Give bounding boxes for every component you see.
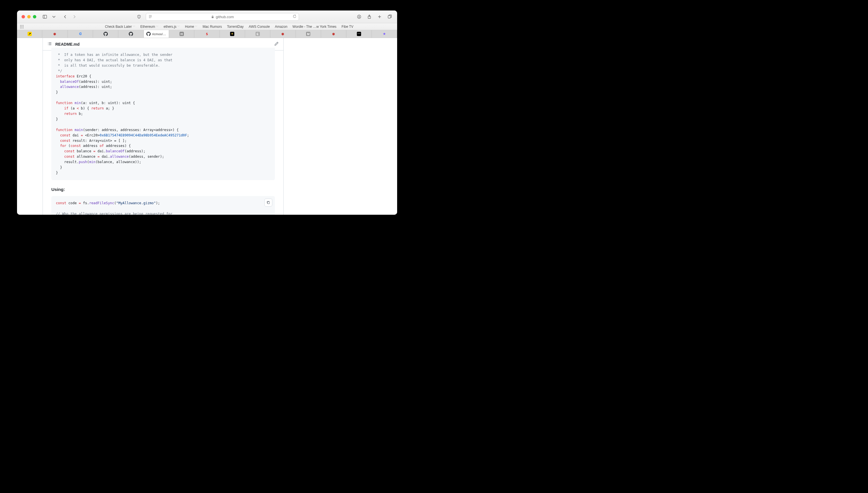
- favorite-label: ethers.js: [164, 25, 176, 29]
- toc-icon[interactable]: [47, 41, 52, 47]
- browser-tab[interactable]: ⋯: [346, 30, 372, 38]
- share-icon[interactable]: [367, 14, 372, 20]
- tab-favicon: ★: [382, 32, 386, 36]
- tab-favicon: H: [179, 32, 184, 36]
- browser-tab[interactable]: 5: [194, 30, 220, 38]
- readme-body: * If a token has an infinite allowance, …: [43, 48, 283, 215]
- code-block-1: * If a token has an infinite allowance, …: [51, 48, 275, 180]
- favorite-item[interactable]: Fibe TV: [342, 25, 353, 29]
- back-button[interactable]: [62, 14, 68, 20]
- url-host: github.com: [216, 15, 234, 19]
- tab-favicon: E: [256, 32, 260, 36]
- browser-tab[interactable]: [93, 30, 118, 38]
- favorite-item[interactable]: Amazon: [275, 25, 287, 29]
- tab-favicon: 5: [205, 32, 209, 36]
- tab-favicon: ✦: [230, 32, 234, 36]
- svg-point-16: [22, 25, 22, 25]
- code-block-2: const code = fs.readFileSync("MyAllowanc…: [51, 196, 275, 215]
- edit-icon[interactable]: [274, 41, 279, 47]
- browser-tab[interactable]: ✦: [220, 30, 245, 38]
- readme-filename: README.md: [55, 42, 80, 46]
- tab-favicon: M: [306, 32, 310, 36]
- svg-rect-7: [212, 17, 213, 18]
- browser-tab[interactable]: ricmoo/…: [144, 30, 169, 38]
- favorite-label: Wordle - The …w York Times: [292, 25, 337, 29]
- tab-favicon: ◉: [53, 32, 57, 36]
- favorite-item[interactable]: AWS Console: [249, 25, 270, 29]
- browser-tab[interactable]: H: [169, 30, 194, 38]
- tab-favicon: ◉: [281, 32, 285, 36]
- favorite-item[interactable]: TorrentDay: [227, 25, 244, 29]
- chevron-down-icon: ﹀: [156, 25, 158, 28]
- nav-arrows: [62, 14, 77, 20]
- svg-point-22: [22, 27, 22, 28]
- traffic-lights: [22, 15, 36, 18]
- browser-tab[interactable]: ↗: [17, 30, 42, 38]
- favorite-label: Amazon: [275, 25, 287, 29]
- tab-overview-icon[interactable]: [387, 14, 393, 20]
- svg-point-18: [20, 26, 21, 27]
- favorite-label: AWS Console: [249, 25, 270, 29]
- titlebar: github.com: [17, 10, 397, 23]
- svg-point-15: [20, 25, 21, 25]
- favorite-label: TorrentDay: [227, 25, 244, 29]
- lock-icon: [211, 15, 214, 18]
- browser-tab[interactable]: M: [296, 30, 321, 38]
- favorite-item[interactable]: Ethereum﹀: [140, 25, 158, 29]
- svg-rect-14: [388, 16, 391, 18]
- maximize-window-button[interactable]: [33, 15, 36, 18]
- favorite-label: Home: [185, 25, 194, 29]
- minimize-window-button[interactable]: [27, 15, 30, 18]
- favorite-label: Fibe TV: [342, 25, 353, 29]
- browser-tab[interactable]: E: [245, 30, 270, 38]
- tab-favicon: ◉: [332, 32, 336, 36]
- favorite-label: Mac Rumors: [202, 25, 222, 29]
- browser-tab[interactable]: ᗡ: [68, 30, 93, 38]
- close-window-button[interactable]: [22, 15, 25, 18]
- browser-tab[interactable]: ◉: [42, 30, 67, 38]
- tab-favicon: [129, 32, 133, 36]
- browser-window: github.com Check Back Later﹀Et: [17, 10, 397, 215]
- sidebar-menu-chevron[interactable]: [51, 14, 57, 20]
- tab-favicon: [146, 32, 151, 36]
- favorite-item[interactable]: Mac Rumors: [202, 25, 222, 29]
- reader-mode-icon[interactable]: [148, 15, 152, 19]
- favorites-bar: Check Back Later﹀Ethereum﹀ethers.js﹀Home…: [17, 23, 397, 30]
- browser-tab[interactable]: [118, 30, 144, 38]
- favorite-label: Check Back Later: [105, 25, 132, 29]
- tab-favicon: ᗡ: [78, 32, 82, 36]
- reload-icon[interactable]: [293, 15, 297, 19]
- favorite-item[interactable]: Wordle - The …w York Times: [292, 25, 337, 29]
- tab-bar: ↗◉ᗡricmoo/…H5✦E◉M◉⋯★: [17, 30, 397, 38]
- chevron-down-icon: ﹀: [133, 25, 135, 28]
- svg-point-21: [20, 27, 21, 28]
- downloads-icon[interactable]: [356, 14, 362, 20]
- browser-tab[interactable]: ★: [372, 30, 397, 38]
- new-tab-icon[interactable]: [377, 14, 383, 20]
- favorite-item[interactable]: ethers.js﹀: [164, 25, 180, 29]
- favorite-item[interactable]: Home﹀: [185, 25, 197, 29]
- favorite-item[interactable]: Check Back Later﹀: [105, 25, 135, 29]
- readme-container: README.md * If a token has an infinite a…: [43, 38, 284, 215]
- forward-button[interactable]: [71, 14, 77, 20]
- browser-tab[interactable]: ◉: [270, 30, 296, 38]
- chevron-down-icon: ﹀: [177, 25, 180, 28]
- favorite-label: Ethereum: [140, 25, 155, 29]
- titlebar-right-icons: [356, 14, 393, 20]
- browser-tab[interactable]: ◉: [321, 30, 346, 38]
- url-bar[interactable]: github.com: [146, 13, 299, 21]
- privacy-shield-icon[interactable]: [136, 14, 142, 20]
- tab-favicon: ⋯: [357, 32, 361, 36]
- svg-point-17: [23, 25, 24, 25]
- sidebar-toggle-button[interactable]: [42, 14, 48, 20]
- svg-point-19: [22, 26, 22, 27]
- copy-button[interactable]: [264, 198, 272, 207]
- page-content: README.md * If a token has an infinite a…: [17, 38, 397, 215]
- svg-rect-30: [267, 202, 269, 204]
- apps-grid-icon[interactable]: [20, 25, 24, 29]
- tab-label: ricmoo/…: [152, 33, 166, 36]
- tab-favicon: [104, 32, 108, 36]
- using-heading: Using:: [51, 187, 275, 192]
- svg-point-23: [23, 27, 24, 28]
- tab-favicon: ↗: [27, 32, 32, 36]
